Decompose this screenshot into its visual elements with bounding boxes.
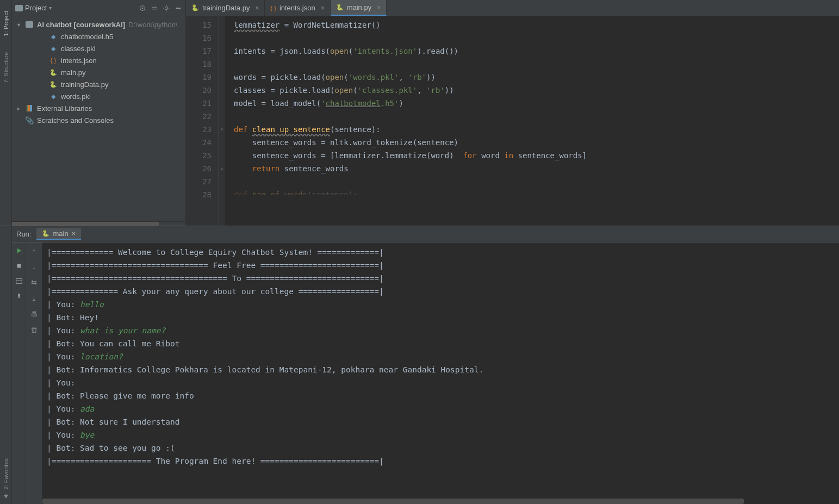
layout-icon[interactable] xyxy=(15,277,23,285)
locate-icon[interactable] xyxy=(139,4,146,12)
run-console[interactable]: |============= Welcome to College Equiry… xyxy=(42,242,839,499)
folder-icon xyxy=(15,5,23,11)
run-controls-primary xyxy=(12,242,26,504)
sidebar-tab-favorites[interactable]: 2: Favorites xyxy=(3,458,9,489)
expand-all-icon[interactable] xyxy=(151,4,158,12)
svg-point-2 xyxy=(165,7,167,9)
rerun-icon[interactable] xyxy=(15,247,23,254)
editor-gutter: 1516171819202122232425262728 xyxy=(186,16,219,226)
tree-scratches[interactable]: 📎 Scratches and Consoles xyxy=(12,114,185,126)
wrap-icon[interactable]: ⇆ xyxy=(31,278,37,287)
run-tab-label: main xyxy=(53,229,68,238)
editor-code[interactable]: lemmatizer = WordNetLemmatizer() intents… xyxy=(225,16,839,226)
folder-icon xyxy=(26,21,33,28)
editor-area: 🐍trainingData.py×{ }intents.json×🐍main.p… xyxy=(186,0,839,226)
tree-file-label: classes.pkl xyxy=(61,45,96,53)
tree-file[interactable]: ◆classes.pkl xyxy=(12,42,185,54)
tree-file-label: words.pkl xyxy=(61,92,91,101)
tree-root-path: D:\work\python\ xyxy=(128,21,177,29)
close-icon[interactable]: × xyxy=(255,4,259,12)
stop-icon[interactable] xyxy=(15,262,23,270)
tree-file-label: intents.json xyxy=(61,57,97,65)
console-scroll-h[interactable] xyxy=(42,499,839,504)
tree-scratches-label: Scratches and Consoles xyxy=(37,116,114,125)
star-icon: ★ xyxy=(3,493,9,500)
editor-body[interactable]: 1516171819202122232425262728 ▾ ▴ lemmati… xyxy=(186,16,839,226)
tree-file[interactable]: { }intents.json xyxy=(12,54,185,66)
run-controls-secondary: ↑ ↓ ⇆ ⤓ 🖶 🗑 xyxy=(26,242,42,504)
tree-file[interactable]: ◆words.pkl xyxy=(12,90,185,102)
run-header: Run: 🐍 main × xyxy=(12,226,839,242)
console-scroll-thumb[interactable] xyxy=(42,499,744,504)
data-file-icon: ◆ xyxy=(51,93,55,100)
pin-icon[interactable] xyxy=(15,293,23,300)
project-panel: Project ▾ ▾ AI chatbot [courseworkAI] D:… xyxy=(12,0,186,226)
project-scroll-h[interactable] xyxy=(12,221,185,226)
python-icon: 🐍 xyxy=(42,230,49,237)
sidebar-tab-structure-label: 7: Structure xyxy=(3,52,9,83)
project-tree: ▾ AI chatbot [courseworkAI] D:\work\pyth… xyxy=(12,16,185,128)
json-icon: { } xyxy=(270,5,276,11)
chevron-down-icon[interactable]: ▾ xyxy=(49,5,52,11)
python-icon: 🐍 xyxy=(49,69,57,76)
editor-tab[interactable]: 🐍main.py× xyxy=(331,0,387,16)
json-icon: { } xyxy=(51,57,56,64)
sidebar-tab-favorites-label: 2: Favorites xyxy=(3,458,9,489)
svg-rect-4 xyxy=(16,279,22,284)
close-icon[interactable]: × xyxy=(321,4,325,12)
run-label: Run: xyxy=(16,230,31,238)
tree-file[interactable]: 🐍trainingData.py xyxy=(12,78,185,90)
tree-file-label: chatbotmodel.h5 xyxy=(61,33,113,41)
close-icon[interactable]: × xyxy=(377,4,381,11)
tree-external-libs[interactable]: ▸ External Libraries xyxy=(12,102,185,114)
project-scroll-thumb[interactable] xyxy=(12,222,159,226)
editor-tab-label: trainingData.py xyxy=(202,4,250,12)
sidebar-tab-project[interactable]: 1: Project xyxy=(3,11,9,36)
print-icon[interactable]: 🖶 xyxy=(30,310,38,318)
tree-file[interactable]: 🐍main.py xyxy=(12,66,185,78)
project-panel-title: Project xyxy=(25,4,47,12)
python-icon: 🐍 xyxy=(336,4,344,11)
editor-tab[interactable]: { }intents.json× xyxy=(265,0,330,16)
scroll-to-end-icon[interactable]: ⤓ xyxy=(31,294,37,302)
tree-root[interactable]: ▾ AI chatbot [courseworkAI] D:\work\pyth… xyxy=(12,18,185,30)
scratch-icon: 📎 xyxy=(25,116,34,125)
tree-root-module: [courseworkAI] xyxy=(74,21,126,29)
run-tab[interactable]: 🐍 main × xyxy=(36,228,81,240)
chevron-down-icon: ▾ xyxy=(17,22,24,28)
svg-point-1 xyxy=(142,7,144,9)
python-icon: 🐍 xyxy=(49,81,57,88)
data-file-icon: ◆ xyxy=(51,45,55,52)
project-panel-header: Project ▾ xyxy=(12,0,185,16)
library-icon xyxy=(27,105,32,111)
python-icon: 🐍 xyxy=(191,4,199,11)
sidebar-tab-structure[interactable]: 7: Structure xyxy=(3,52,9,83)
up-icon[interactable]: ↑ xyxy=(32,247,36,255)
tree-file[interactable]: ◆chatbotmodel.h5 xyxy=(12,30,185,42)
editor-tab-label: main.py xyxy=(347,3,372,11)
sidebar-tab-project-label: 1: Project xyxy=(3,11,9,36)
down-icon[interactable]: ↓ xyxy=(32,263,36,271)
tree-external-label: External Libraries xyxy=(37,104,92,113)
tree-file-label: main.py xyxy=(61,69,86,77)
close-icon[interactable]: × xyxy=(72,229,76,238)
editor-fold-column: ▾ ▴ xyxy=(219,16,225,226)
gear-icon[interactable] xyxy=(163,4,170,12)
left-tool-strip-bottom: 2: Favorites ★ xyxy=(0,226,12,504)
editor-tab-label: intents.json xyxy=(279,4,315,12)
tree-root-name: AI chatbot xyxy=(37,21,72,29)
left-tool-strip: 1: Project 7: Structure xyxy=(0,0,12,226)
run-tool-window: 2: Favorites ★ Run: 🐍 main × ↑ ↓ ⇆ xyxy=(0,226,839,504)
minimize-icon[interactable] xyxy=(175,4,182,12)
editor-tab[interactable]: 🐍trainingData.py× xyxy=(186,0,265,16)
svg-rect-3 xyxy=(17,264,21,268)
chevron-right-icon: ▸ xyxy=(17,105,24,111)
editor-tab-bar: 🐍trainingData.py×{ }intents.json×🐍main.p… xyxy=(186,0,839,16)
trash-icon[interactable]: 🗑 xyxy=(30,326,38,334)
tree-file-label: trainingData.py xyxy=(61,80,108,89)
data-file-icon: ◆ xyxy=(51,33,55,40)
